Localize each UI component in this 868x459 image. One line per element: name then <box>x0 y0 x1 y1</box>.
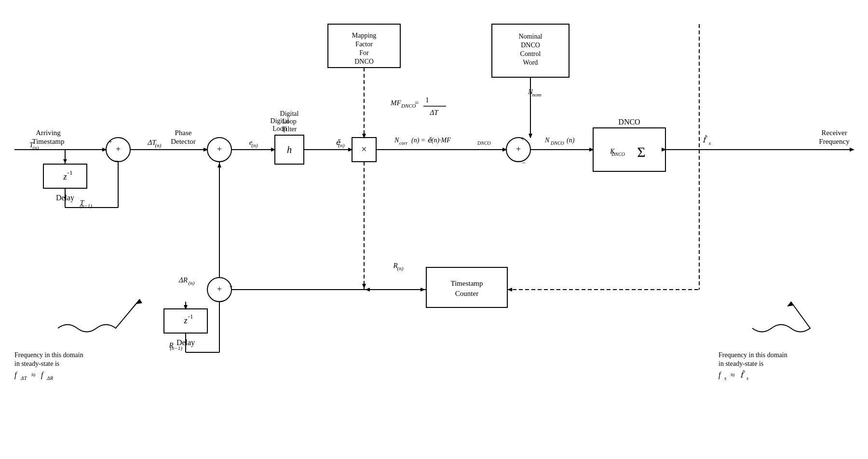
svg-text:(n): (n) <box>189 280 195 286</box>
svg-text:(n): (n) <box>397 265 404 272</box>
svg-text:+: + <box>217 284 222 294</box>
svg-text:−: − <box>221 297 225 305</box>
svg-rect-55 <box>593 128 665 171</box>
svg-text:z: z <box>63 172 67 181</box>
delay1-label: Delay <box>56 194 74 202</box>
dlf-label-above2: Loop <box>282 118 297 125</box>
svg-text:-1: -1 <box>68 169 73 176</box>
phase-detector-label: Phase <box>175 129 192 137</box>
svg-text:+: + <box>116 144 121 154</box>
svg-rect-0 <box>0 0 868 459</box>
svg-text:DNCO: DNCO <box>401 103 416 109</box>
dlf-label-above3: Filter <box>282 125 297 133</box>
svg-text:≈: ≈ <box>731 371 735 379</box>
arriving-timestamp-label2: Timestamp <box>32 138 65 145</box>
svg-text:(n): (n) <box>339 142 345 149</box>
dlf-h-label: h <box>287 144 292 155</box>
diagram-container: z -1 Delay T (n−1) + − Arriving Timestam… <box>0 0 868 459</box>
svg-text:−: − <box>115 157 119 165</box>
multiplier-x: × <box>361 144 366 154</box>
svg-text:s: s <box>709 140 711 146</box>
ndnco-label: N <box>544 137 550 144</box>
delta-r-label: ΔR <box>178 276 188 284</box>
svg-text:(n): (n) <box>252 142 258 149</box>
svg-text:1: 1 <box>425 96 429 104</box>
svg-text:(n): (n) <box>567 137 575 144</box>
phase-detector-label2: Detector <box>171 138 196 145</box>
delay2-label: Delay <box>176 338 195 347</box>
timestamp-counter-label2: Counter <box>455 290 478 297</box>
svg-text:ΔT: ΔT <box>20 375 27 381</box>
nom-label1: Nominal <box>519 33 542 40</box>
svg-text:−: − <box>522 159 526 167</box>
svg-text:DNCO: DNCO <box>477 140 491 146</box>
svg-text:+: + <box>229 283 233 290</box>
freq-domain-right1: Frequency in this domain <box>719 351 787 359</box>
svg-text:ΔT: ΔT <box>429 109 439 116</box>
freq-domain-left2: in steady-state is <box>14 360 59 367</box>
mf-formula-label: MF <box>390 99 401 107</box>
freq-domain-left1: Frequency in this domain <box>14 351 83 359</box>
svg-text:−: − <box>516 156 521 166</box>
dnco-box-label: DNCO <box>618 118 640 126</box>
svg-text:z: z <box>183 316 187 325</box>
freq-domain-right2: in steady-state is <box>719 360 763 367</box>
nom-label2: DNCO <box>521 42 540 49</box>
svg-text:corr: corr <box>399 140 407 146</box>
mf-label2: Factor <box>355 41 373 48</box>
mf-label3: For <box>359 49 369 56</box>
svg-text:s: s <box>724 375 726 381</box>
svg-text:+: + <box>108 138 112 145</box>
dlf-label-above: Digital <box>280 110 299 117</box>
svg-text:(n−1): (n−1) <box>80 203 92 209</box>
svg-text:=: = <box>415 99 419 107</box>
timestamp-counter-label1: Timestamp <box>451 279 483 287</box>
nom-label3: Control <box>520 50 541 57</box>
receiver-freq-label2: Frequency <box>819 138 850 145</box>
sigma-label: Σ <box>637 144 645 160</box>
mf-label4: DNCO <box>354 58 374 65</box>
svg-text:DNCO: DNCO <box>611 152 625 157</box>
ncorr-label: N <box>394 137 399 144</box>
svg-text:-1: -1 <box>188 313 193 320</box>
svg-text:(n): (n) <box>33 145 39 151</box>
svg-text:+: + <box>516 144 521 154</box>
svg-text:+: + <box>521 135 525 142</box>
nom-label4: Word <box>523 59 538 66</box>
svg-rect-65 <box>426 267 507 307</box>
svg-text:DNCO: DNCO <box>550 140 564 146</box>
svg-text:(n): (n) <box>155 142 162 149</box>
mf-label1: Mapping <box>352 32 377 39</box>
svg-text:≈: ≈ <box>31 371 36 379</box>
svg-text:(n) = ẽ(n)·MF: (n) = ẽ(n)·MF <box>411 137 451 144</box>
svg-text:s: s <box>746 375 748 381</box>
svg-text:nom: nom <box>532 92 542 97</box>
arriving-timestamp-label: Arriving <box>36 129 61 137</box>
receiver-freq-label: Receiver <box>821 129 847 137</box>
svg-text:ΔR: ΔR <box>46 375 53 381</box>
svg-text:+: + <box>217 144 222 154</box>
